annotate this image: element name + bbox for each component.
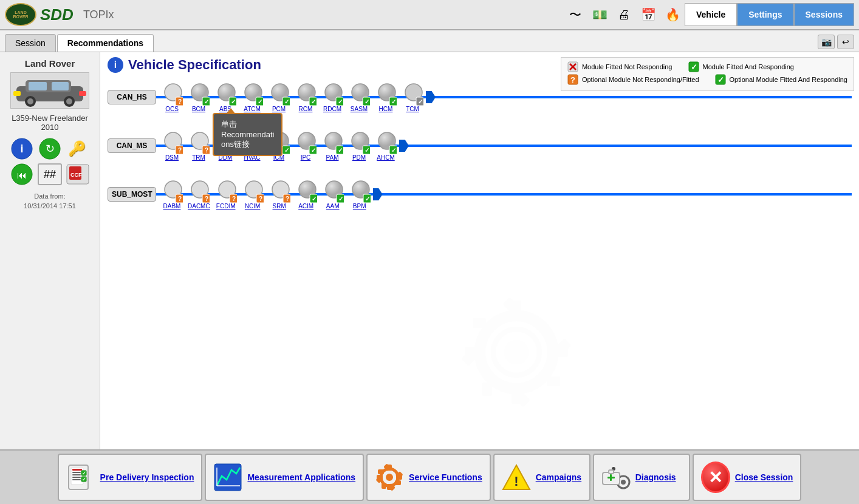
svg-text:✓: ✓: [338, 98, 343, 105]
pre-delivery-button[interactable]: ✓ ✓ Pre Delivery Inspection: [58, 454, 203, 501]
rewind-button[interactable]: ⏮: [10, 163, 34, 185]
module-dabm[interactable]: ? DABM: [161, 180, 183, 209]
waveform-icon[interactable]: 〜: [563, 3, 587, 26]
module-label-pdm[interactable]: PDM: [352, 154, 366, 161]
module-label-ncim[interactable]: NCIM: [245, 203, 261, 209]
refresh-button[interactable]: ↻: [38, 138, 62, 160]
module-label-bpm[interactable]: BPM: [353, 203, 366, 209]
module-pam[interactable]: ✓ PAM: [321, 131, 343, 161]
svg-text:✓: ✓: [311, 147, 316, 154]
svg-rect-129: [72, 477, 81, 478]
module-fcdim[interactable]: ? FCDIM: [215, 180, 237, 209]
back-icon[interactable]: ↩: [837, 35, 854, 49]
module-icon-trm: ?: [188, 131, 210, 153]
module-ahcm[interactable]: ✓ AHCM: [375, 131, 397, 161]
module-label-ocs[interactable]: OCS: [165, 106, 179, 112]
module-label-bcm[interactable]: BCM: [192, 106, 205, 112]
nav-settings[interactable]: Settings: [737, 3, 793, 26]
hash-button[interactable]: ##: [38, 163, 62, 185]
printer-icon[interactable]: 🖨: [612, 3, 636, 26]
module-ipc[interactable]: ✓ IPC: [295, 131, 317, 161]
info-button[interactable]: i: [10, 138, 34, 160]
svg-point-154: [621, 480, 626, 485]
module-label-dsm[interactable]: DSM: [165, 154, 179, 161]
money-icon[interactable]: 💵: [587, 3, 612, 26]
svg-text:?: ?: [178, 196, 182, 202]
module-label-atcm[interactable]: ATCM: [244, 106, 261, 112]
module-tcm[interactable]: ✓ TCM: [402, 83, 423, 112]
close-x-icon: ✕: [701, 463, 730, 492]
legend-label-1: Module Fitted Not Responding: [582, 63, 672, 70]
key-button[interactable]: 🔑: [66, 138, 90, 160]
module-rcm[interactable]: ✓ RCM: [295, 83, 317, 112]
module-label-hcm[interactable]: HCM: [379, 106, 393, 112]
topix-logo: TOPIx: [83, 9, 114, 21]
module-label-dabm[interactable]: DABM: [163, 203, 181, 209]
module-label-dacmc[interactable]: DACMC: [188, 203, 210, 209]
module-label-srm[interactable]: SRM: [273, 203, 286, 209]
module-bcm[interactable]: ✓ BCM: [188, 83, 210, 112]
module-hcm[interactable]: ✓ HCM: [375, 83, 397, 112]
module-atcm[interactable]: ✓ ATCM: [241, 83, 263, 112]
module-label-trm[interactable]: TRM: [192, 154, 205, 161]
module-label-sasm[interactable]: SASM: [351, 106, 368, 112]
bus-label-can_hs: CAN_HS: [108, 90, 156, 104]
module-label-fcdim[interactable]: FCDIM: [216, 203, 236, 209]
service-functions-label: Service Functions: [409, 472, 482, 482]
close-session-label: Close Session: [735, 472, 793, 482]
module-dacmc[interactable]: ? DACMC: [188, 180, 210, 209]
module-label-rcm[interactable]: RCM: [299, 106, 313, 112]
module-ncim[interactable]: ? NCIM: [242, 180, 264, 209]
module-bpm[interactable]: ✓ BPM: [349, 180, 371, 209]
module-label-acim[interactable]: ACIM: [298, 203, 313, 209]
svg-rect-39: [482, 383, 492, 396]
svg-text:✓: ✓: [690, 63, 697, 72]
module-rdcm[interactable]: ✓ RDCM: [321, 83, 343, 112]
svg-text:✓: ✓: [284, 98, 289, 105]
sidebar-brand: Land Rover: [25, 58, 75, 69]
svg-rect-149: [378, 469, 384, 474]
module-label-rdcm[interactable]: RDCM: [323, 106, 341, 112]
nav-vehicle[interactable]: Vehicle: [685, 3, 737, 26]
page-info-icon[interactable]: i: [108, 57, 123, 73]
module-label-tcm[interactable]: TCM: [406, 106, 419, 112]
tab-session[interactable]: Session: [5, 34, 56, 52]
module-label-pcm[interactable]: PCM: [272, 106, 286, 112]
module-icon-fcdim: ?: [215, 180, 237, 202]
legend-row-1: Module Fitted Not Responding ✓ Module Fi…: [567, 61, 847, 72]
module-trm[interactable]: ? TRM: [188, 131, 210, 161]
module-ocs[interactable]: ? OCS: [161, 83, 183, 112]
module-aam[interactable]: ✓ AAM: [322, 180, 344, 209]
bus-modules: ? DABM ? DACMC ? FCDIM ? NCIM ? SRM: [156, 180, 371, 209]
svg-rect-41: [473, 318, 486, 328]
svg-text:✓: ✓: [204, 98, 209, 105]
tab-recommendations[interactable]: Recommendations: [57, 34, 154, 52]
module-srm[interactable]: ? SRM: [269, 180, 290, 209]
module-label-ahcm[interactable]: AHCM: [377, 154, 394, 161]
measurement-button[interactable]: Measurement Applications: [205, 454, 364, 501]
svg-rect-159: [610, 474, 612, 481]
fire-icon[interactable]: 🔥: [660, 3, 685, 26]
module-pdm[interactable]: ✓ PDM: [348, 131, 370, 161]
calendar-icon[interactable]: 📅: [636, 3, 660, 26]
svg-rect-130: [72, 479, 81, 480]
module-label-aam[interactable]: AAM: [326, 203, 340, 209]
ccf-button[interactable]: CCF: [66, 163, 90, 185]
campaigns-label: Campaigns: [536, 472, 581, 482]
service-functions-button[interactable]: Service Functions: [366, 454, 491, 501]
campaigns-button[interactable]: ! Campaigns: [493, 454, 590, 501]
module-dsm[interactable]: ? DSM: [161, 131, 183, 161]
module-pcm[interactable]: ✓ PCM: [268, 83, 290, 112]
module-acim[interactable]: ✓ ACIM: [295, 180, 317, 209]
close-session-button[interactable]: ✕ Close Session: [693, 454, 802, 501]
module-label-pam[interactable]: PAM: [326, 154, 339, 161]
module-label-ipc[interactable]: IPC: [301, 154, 311, 161]
sidebar-data-date: 10/31/2014 17:51: [24, 202, 76, 209]
diagnosis-button[interactable]: Diagnosis: [593, 454, 690, 501]
tooltip-line1: 单击: [221, 119, 274, 130]
module-sasm[interactable]: ✓ SASM: [348, 83, 370, 112]
nav-sessions[interactable]: Sessions: [794, 3, 854, 26]
module-icon-pcm: ✓: [268, 83, 290, 104]
camera-icon[interactable]: 📷: [818, 35, 835, 49]
svg-text:?: ?: [286, 196, 289, 202]
